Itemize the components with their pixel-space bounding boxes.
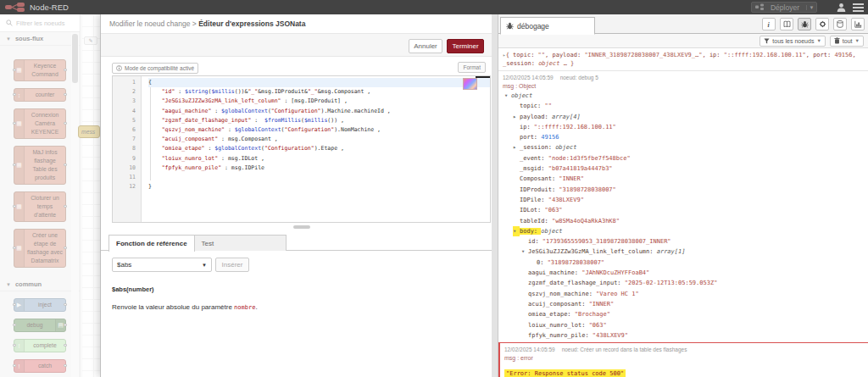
dashboard-tab-button[interactable] <box>851 18 865 30</box>
debug-tree-row[interactable]: ▾JeSGi3uZJZZw3GzMA_link_left_column: arr… <box>503 247 864 257</box>
breadcrumb-node[interactable]: Modifier le noeud change <box>109 19 190 28</box>
select-chevron-icon: ▼ <box>202 263 207 268</box>
chart-icon <box>854 20 862 28</box>
debug-tree-row: id: "1739365559053_31898728038007_INNER" <box>503 236 864 247</box>
debug-error-message: 12/02/2025 14:05:59 noeud: Créer un reco… <box>498 342 868 377</box>
editor-line-numbers: 123456789101112 <box>113 76 142 222</box>
error-text: "Error: Response status code 500" <box>504 369 626 377</box>
tab-function-reference[interactable]: Fonction de référence <box>108 235 195 252</box>
deploy-icon <box>755 3 764 11</box>
context-tab-button[interactable] <box>833 18 847 30</box>
debug-tree-row: tableId: "w8SMa4oQ4aRkA3hK8" <box>503 216 864 226</box>
deploy-button[interactable]: Déployer ▼ <box>751 2 817 13</box>
debug-tree-row: IDProduit: "31898728038007" <box>503 185 864 195</box>
info-icon: i <box>765 20 772 28</box>
tab-test[interactable]: Test <box>195 235 287 251</box>
debug-object-tree: ▾object topic: ""▸payload: array[4] ip: … <box>503 91 864 341</box>
tray-toolbar: Annuler Terminer <box>101 33 492 57</box>
debug-tree-row: topic: "" <box>503 101 864 111</box>
debug-tree-row[interactable]: ▾object <box>503 91 864 101</box>
debug-message-preview[interactable]: ▸{ topic: "", payload: "INNER_3189872803… <box>498 48 868 71</box>
user-menu-button[interactable] <box>837 3 846 12</box>
trash-icon <box>834 37 840 44</box>
editor-scroll-marker <box>476 76 490 78</box>
breadcrumb: Modifier le noeud change > Éditeur d'exp… <box>101 14 492 33</box>
page-title: Éditeur d'expressions JSONata <box>198 19 305 28</box>
debug-tree-row: fpfyk_numro_pile: "438LXEV9" <box>503 330 864 341</box>
editor-resize-handle[interactable] <box>293 225 310 229</box>
message-type: msg : Object <box>503 82 864 91</box>
debug-tree-row[interactable]: ▾body: object <box>503 226 864 236</box>
debug-message: 12/02/2025 14:05:59 noeud: debug 5 msg :… <box>498 71 868 342</box>
app-title: Node-RED <box>30 3 69 12</box>
tab-debug[interactable]: débogage <box>500 17 595 35</box>
sidebar-separator[interactable] <box>492 14 498 377</box>
function-select[interactable]: $abs ▼ <box>112 258 212 272</box>
format-button[interactable]: Format <box>458 62 486 73</box>
insert-button[interactable]: Insérer <box>215 258 249 272</box>
debug-tree-row: _event: "node:1d3f5fbe7f548bce" <box>503 153 864 164</box>
menu-icon <box>853 3 864 5</box>
editor-indent-guide <box>150 87 151 180</box>
debug-tab-button[interactable] <box>798 18 811 30</box>
message-timestamp: 12/02/2025 14:05:59 <box>504 347 555 352</box>
done-button[interactable]: Terminer <box>447 39 484 53</box>
debug-tree-row: IDPile: "438LXEV9" <box>503 195 864 205</box>
deploy-options-chevron[interactable]: ▼ <box>806 5 816 10</box>
debug-tree-row: _msgid: "b07a41819a4447b3" <box>503 164 864 174</box>
gear-icon <box>819 20 826 28</box>
info-tab-button[interactable]: i <box>762 18 776 30</box>
debug-tree-row: qszvj_nom_machine: "Vareo HC 1" <box>503 289 864 299</box>
debug-clear-button[interactable]: tout ▼ <box>830 36 864 47</box>
info-icon <box>116 65 122 71</box>
debug-sidebar: débogage i <box>498 14 868 377</box>
debug-tree-row: Composant: "INNER" <box>503 174 864 184</box>
debug-messages: ▸{ topic: "", payload: "INNER_3189872803… <box>498 48 868 377</box>
debug-tree-row: omiea_etape: "Brochage" <box>503 309 864 319</box>
chevron-down-icon: ▼ <box>816 38 821 43</box>
message-type: msg : error <box>504 354 864 363</box>
debug-filterbar: tous les noeuds ▼ tout ▼ <box>498 34 868 48</box>
database-icon <box>837 20 843 28</box>
message-node: noeud: debug 5 <box>560 75 598 80</box>
user-icon <box>837 3 846 12</box>
message-node: noeud: Créer un record dans la table des… <box>562 347 687 352</box>
message-timestamp: 12/02/2025 14:05:59 <box>503 75 554 80</box>
debug-tree-row: loiux_numro_lot: "063" <box>503 320 864 330</box>
help-tab-button[interactable] <box>780 18 793 30</box>
debug-tree-row: port: 49156 <box>503 132 864 142</box>
funnel-icon <box>764 38 770 44</box>
editor-decoration-badge <box>464 79 476 89</box>
debug-tree-row: acuij_composant: "INNER" <box>503 299 864 309</box>
debug-tree-row: zgzmf_date_flashage_input: "2025-02-12T1… <box>503 278 864 288</box>
bug-icon <box>506 22 514 30</box>
debug-tree-row: aagui_machine: "JAhNKDcuZHYFFoaB4" <box>503 268 864 278</box>
function-description: Renvoie la valeur absolue du paramètre n… <box>112 303 258 311</box>
sidebar-tabbar: débogage i <box>498 14 868 34</box>
editor-code[interactable]: { "id" : $string($millis())&"_"&msg.IDPr… <box>142 76 490 222</box>
deploy-label: Déployer <box>764 3 806 12</box>
node-red-logo: Node-RED <box>5 2 69 13</box>
debug-tree-row[interactable]: ▸payload: array[4] <box>503 112 864 122</box>
editor-shade-overlay <box>0 14 100 377</box>
bug-icon <box>801 20 809 28</box>
expression-editor-tray: Modifier le noeud change > Éditeur d'exp… <box>100 14 492 377</box>
debug-tree-row: ip: "::ffff:192.168.100.11" <box>503 122 864 132</box>
jsonata-code-editor[interactable]: 123456789101112 { "id" : $string($millis… <box>112 75 491 223</box>
compat-mode-badge: Mode de compatibilité activé <box>112 63 198 74</box>
debug-tree-row: IDLot: "063" <box>503 205 864 215</box>
svg-text:i: i <box>768 21 771 29</box>
chevron-down-icon: ▼ <box>855 38 860 43</box>
book-icon <box>783 20 791 28</box>
debug-tree-row[interactable]: ▸_session: object <box>503 142 864 152</box>
function-signature: $abs(number) <box>112 286 154 293</box>
main-menu-button[interactable] <box>853 3 864 14</box>
debug-filter-button[interactable]: tous les noeuds ▼ <box>760 36 826 47</box>
cancel-button[interactable]: Annuler <box>409 39 442 53</box>
reference-tabs: Fonction de référence Test <box>101 235 492 251</box>
debug-tree-row: 0: "31898728038007" <box>503 258 864 268</box>
node-red-logo-icon <box>5 2 25 13</box>
app-header: Node-RED Déployer ▼ <box>0 0 868 14</box>
config-tab-button[interactable] <box>815 18 829 30</box>
